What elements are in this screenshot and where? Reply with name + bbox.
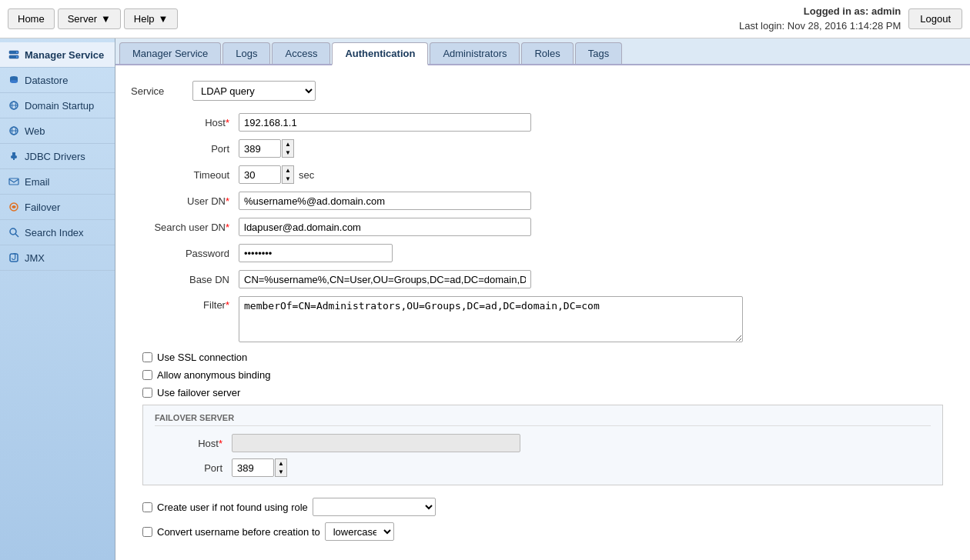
failover-fields: Host* Port ▲ ▼ xyxy=(155,434,931,477)
server-icon xyxy=(8,48,20,61)
failover-host-label-text: Host xyxy=(198,438,219,449)
port-down-button[interactable]: ▼ xyxy=(283,148,293,157)
convert-username-checkbox[interactable] xyxy=(142,527,152,537)
tab-authentication[interactable]: Authentication xyxy=(332,42,428,65)
failover-checkbox[interactable] xyxy=(142,388,152,398)
port-spinner-container: ▲ ▼ xyxy=(239,139,294,158)
tab-access[interactable]: Access xyxy=(272,42,330,64)
globe-startup-icon xyxy=(8,99,20,112)
jmx-icon: J xyxy=(8,252,20,264)
sidebar-item-domain-startup[interactable]: Domain Startup xyxy=(0,93,115,118)
sidebar-item-manager-service[interactable]: Manager Service xyxy=(0,42,115,68)
timeout-down-button[interactable]: ▼ xyxy=(283,175,293,183)
sidebar-label-domain-startup: Domain Startup xyxy=(25,100,94,112)
failover-port-up-button[interactable]: ▲ xyxy=(276,459,286,468)
host-row: Host* xyxy=(131,113,955,132)
plug-icon xyxy=(8,150,20,162)
svg-rect-13 xyxy=(12,152,14,155)
web-icon xyxy=(8,125,20,137)
convert-username-select[interactable]: lowercase uppercase none xyxy=(325,522,394,541)
sidebar: Manager Service Datastore Domain Startup… xyxy=(0,38,115,560)
server-button[interactable]: Server ▼ xyxy=(58,8,121,29)
svg-text:J: J xyxy=(12,252,17,262)
tab-roles[interactable]: Roles xyxy=(521,42,573,64)
svg-point-19 xyxy=(10,228,16,235)
sidebar-item-datastore[interactable]: Datastore xyxy=(0,68,115,93)
timeout-spinner[interactable]: ▲ ▼ xyxy=(282,165,294,184)
search-user-dn-label: Search user DN* xyxy=(131,222,239,233)
top-navbar: Home Server ▼ Help ▼ Logged in as: admin… xyxy=(0,0,970,38)
service-label: Service xyxy=(131,85,192,97)
failover-section: FAILOVER SERVER Host* Port ▲ xyxy=(142,405,943,485)
sidebar-item-jdbc-drivers[interactable]: JDBC Drivers xyxy=(0,144,115,169)
search-icon xyxy=(8,226,20,238)
tab-administrators[interactable]: Administrators xyxy=(430,42,520,64)
email-icon xyxy=(8,175,20,188)
tab-tags[interactable]: Tags xyxy=(575,42,622,64)
failover-port-down-button[interactable]: ▼ xyxy=(276,468,286,476)
userdn-input[interactable] xyxy=(239,192,531,210)
host-input[interactable] xyxy=(239,113,531,132)
timeout-up-button[interactable]: ▲ xyxy=(283,166,293,175)
logged-in-as: Logged in as: admin xyxy=(739,5,901,18)
failover-port-spinner-container: ▲ ▼ xyxy=(232,458,287,477)
port-spinner[interactable]: ▲ ▼ xyxy=(282,139,294,158)
timeout-input[interactable] xyxy=(239,165,281,184)
failover-port-row: Port ▲ ▼ xyxy=(155,458,931,477)
help-button[interactable]: Help ▼ xyxy=(124,8,179,29)
tab-manager-service[interactable]: Manager Service xyxy=(119,42,221,64)
convert-username-label: Convert username before creation to xyxy=(157,526,320,538)
timeout-row: Timeout ▲ ▼ sec xyxy=(131,165,955,184)
sidebar-item-email[interactable]: Email xyxy=(0,169,115,195)
failover-port-spinner[interactable]: ▲ ▼ xyxy=(275,458,287,477)
sidebar-item-jmx[interactable]: J JMX xyxy=(0,245,115,271)
failover-host-input[interactable] xyxy=(232,434,520,452)
tabs-bar: Manager Service Logs Access Authenticati… xyxy=(115,38,970,65)
port-row: Port ▲ ▼ xyxy=(131,139,955,158)
failover-host-row: Host* xyxy=(155,434,931,452)
sidebar-item-web[interactable]: Web xyxy=(0,118,115,144)
anon-checkbox[interactable] xyxy=(142,370,152,380)
help-chevron-icon: ▼ xyxy=(159,13,169,25)
basedn-input[interactable] xyxy=(239,270,531,288)
sidebar-label-web: Web xyxy=(25,125,45,137)
convert-username-row: Convert username before creation to lowe… xyxy=(131,522,955,541)
anon-label: Allow anonymous binding xyxy=(157,369,270,381)
home-button[interactable]: Home xyxy=(8,8,55,29)
server-chevron-icon: ▼ xyxy=(101,13,111,25)
content-area: Manager Service Logs Access Authenticati… xyxy=(115,38,970,560)
create-user-checkbox[interactable] xyxy=(142,502,152,512)
create-user-row: Create user if not found using role xyxy=(131,498,955,516)
filter-textarea[interactable]: memberOf=CN=Administrators,OU=Groups,DC=… xyxy=(239,296,743,342)
password-input[interactable] xyxy=(239,244,393,262)
failover-host-required: * xyxy=(219,438,222,449)
sidebar-label-jmx: JMX xyxy=(25,252,45,264)
search-user-dn-input[interactable] xyxy=(239,218,531,236)
form-area: Service LDAP query Local LDAP bind Host*… xyxy=(115,65,970,560)
sidebar-label-email: Email xyxy=(25,176,50,188)
logout-button[interactable]: Logout xyxy=(908,8,962,29)
failover-section-title: FAILOVER SERVER xyxy=(155,413,931,426)
timeout-spinner-container: ▲ ▼ xyxy=(239,165,294,184)
failover-host-label: Host* xyxy=(155,438,232,449)
service-select[interactable]: LDAP query Local LDAP bind xyxy=(192,81,316,101)
sidebar-label-datastore: Datastore xyxy=(25,75,68,86)
sidebar-label-search-index: Search Index xyxy=(25,227,84,238)
sidebar-item-failover[interactable]: Failover xyxy=(0,195,115,220)
failover-checkbox-row: Use failover server xyxy=(131,387,955,398)
ssl-checkbox[interactable] xyxy=(142,352,152,362)
login-info: Logged in as: admin Last login: Nov 28, … xyxy=(739,5,901,32)
port-input[interactable] xyxy=(239,139,281,158)
create-user-role-select[interactable] xyxy=(313,498,436,516)
tab-logs[interactable]: Logs xyxy=(222,42,270,64)
port-up-button[interactable]: ▲ xyxy=(283,140,293,148)
host-label-text: Host xyxy=(205,117,226,128)
database-icon xyxy=(8,74,20,86)
main-layout: Manager Service Datastore Domain Startup… xyxy=(0,38,970,560)
userdn-required: * xyxy=(226,195,229,207)
password-row: Password xyxy=(131,244,955,262)
anon-checkbox-row: Allow anonymous binding xyxy=(131,369,955,381)
sidebar-item-search-index[interactable]: Search Index xyxy=(0,220,115,245)
svg-point-2 xyxy=(16,52,18,53)
failover-port-input[interactable] xyxy=(232,458,274,477)
